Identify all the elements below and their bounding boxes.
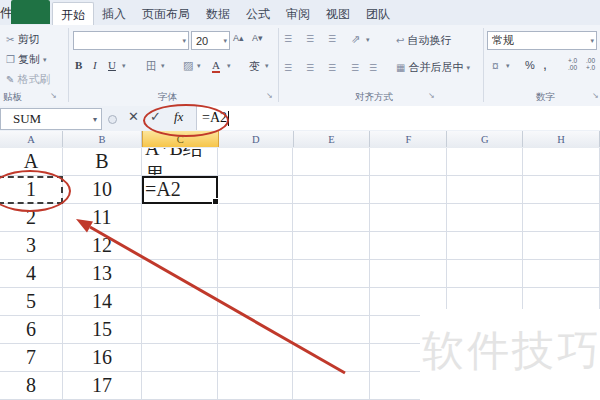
cell-B7[interactable]: 15	[63, 316, 142, 344]
chevron-down-icon[interactable]: ▾	[122, 62, 126, 70]
formula-input[interactable]: =A2	[196, 106, 600, 130]
bold-button[interactable]: B	[75, 59, 82, 71]
cell-A9[interactable]: 8	[0, 372, 63, 400]
cell-H4[interactable]	[523, 232, 600, 260]
chevron-down-icon[interactable]: ▾	[197, 62, 201, 70]
chevron-down-icon[interactable]: ▾	[265, 62, 269, 70]
phonetic-guide-button[interactable]: 变	[249, 59, 260, 74]
cell-B8[interactable]: 16	[63, 344, 142, 372]
number-dialog-launcher-icon[interactable]: ↘	[592, 91, 599, 100]
font-size-combo[interactable]: 20 ▾	[191, 31, 230, 50]
cell-E8[interactable]	[293, 344, 370, 372]
cell-B4[interactable]: 12	[63, 232, 142, 260]
tab-数据[interactable]: 数据	[198, 2, 238, 25]
cell-B9[interactable]: 17	[63, 372, 142, 400]
increase-indent-icon[interactable]: ☰	[369, 63, 376, 73]
cell-B6[interactable]: 14	[63, 288, 142, 316]
cell-A8[interactable]: 7	[0, 344, 63, 372]
cell-D1[interactable]	[218, 148, 293, 176]
number-format-combo[interactable]: 常规 ▾	[487, 31, 597, 50]
cell-D2[interactable]	[218, 176, 293, 204]
cell-G4[interactable]	[447, 232, 523, 260]
tab-插入[interactable]: 插入	[94, 2, 134, 25]
cell-E5[interactable]	[293, 260, 370, 288]
italic-button[interactable]: I	[93, 59, 97, 71]
cell-E6[interactable]	[293, 288, 370, 316]
fill-handle[interactable]	[212, 198, 219, 205]
chevron-down-icon[interactable]: ▾	[227, 62, 231, 70]
decrease-indent-icon[interactable]: ☰	[351, 63, 358, 73]
cell-B5[interactable]: 13	[63, 260, 142, 288]
column-header-H[interactable]: H	[523, 131, 600, 147]
cell-F5[interactable]	[370, 260, 447, 288]
cell-G3[interactable]	[447, 204, 523, 232]
cell-E7[interactable]	[293, 316, 370, 344]
cell-C1[interactable]: A*B结果	[142, 148, 218, 176]
format-painter-button[interactable]: ✎ 格式刷	[6, 72, 50, 87]
borders-button[interactable]: 田	[146, 59, 157, 74]
cell-E9[interactable]	[293, 372, 370, 400]
cell-H3[interactable]	[523, 204, 600, 232]
cell-E4[interactable]	[293, 232, 370, 260]
name-box[interactable]: SUM ▾	[0, 108, 102, 130]
cell-D8[interactable]	[218, 344, 293, 372]
cell-G5[interactable]	[447, 260, 523, 288]
cell-C4[interactable]	[142, 232, 218, 260]
cell-H1[interactable]	[523, 148, 600, 176]
fill-color-button[interactable]: ▨	[183, 59, 193, 72]
cell-A7[interactable]: 6	[0, 316, 63, 344]
wrap-text-button[interactable]: ↩ 自动换行	[396, 33, 451, 48]
cell-H5[interactable]	[523, 260, 600, 288]
copy-button[interactable]: ❐ 复制 ▾	[6, 52, 46, 67]
align-middle-icon[interactable]: ☰	[306, 34, 313, 44]
cell-H2[interactable]	[523, 176, 600, 204]
cell-D5[interactable]	[218, 260, 293, 288]
decrease-decimal-button[interactable]: .00 +.0	[586, 58, 595, 71]
chevron-down-icon[interactable]: ▾	[161, 62, 165, 70]
underline-button[interactable]: U	[108, 59, 116, 71]
cell-B2[interactable]: 10	[63, 176, 142, 204]
tab-视图[interactable]: 视图	[318, 2, 358, 25]
align-left-icon[interactable]: ☰	[284, 63, 291, 73]
tab-审阅[interactable]: 审阅	[278, 2, 318, 25]
cell-D3[interactable]	[218, 204, 293, 232]
font-color-button[interactable]: A	[212, 59, 220, 73]
cell-C3[interactable]	[142, 204, 218, 232]
column-header-F[interactable]: F	[370, 131, 447, 147]
align-right-icon[interactable]: ☰	[328, 63, 335, 73]
chevron-down-icon[interactable]: ▾	[506, 62, 510, 70]
alignment-dialog-launcher-icon[interactable]: ↘	[428, 91, 435, 100]
increase-decimal-button[interactable]: +.0 .00	[568, 58, 577, 71]
cell-E1[interactable]	[293, 148, 370, 176]
align-center-icon[interactable]: ☰	[306, 63, 313, 73]
cell-D9[interactable]	[218, 372, 293, 400]
tab-页面布局[interactable]: 页面布局	[134, 2, 198, 25]
cell-G2[interactable]	[447, 176, 523, 204]
tab-开始[interactable]: 开始	[52, 2, 94, 26]
font-dialog-launcher-icon[interactable]: ↘	[266, 91, 273, 100]
cell-C6[interactable]	[142, 288, 218, 316]
column-header-E[interactable]: E	[294, 131, 371, 147]
percent-style-button[interactable]: %	[525, 59, 535, 71]
cell-D7[interactable]	[218, 316, 293, 344]
merge-center-button[interactable]: ▦ 合并后居中 ▾	[396, 60, 470, 75]
file-tab[interactable]	[11, 0, 50, 24]
comma-style-button[interactable]: ,	[543, 56, 547, 72]
chevron-down-icon[interactable]: ▾	[366, 36, 370, 44]
cell-A5[interactable]: 4	[0, 260, 63, 288]
tab-团队[interactable]: 团队	[358, 2, 398, 25]
column-header-D[interactable]: D	[219, 131, 294, 147]
align-top-icon[interactable]: ☰	[284, 34, 291, 44]
clipboard-dialog-launcher-icon[interactable]: ↘	[50, 91, 57, 100]
tab-公式[interactable]: 公式	[238, 2, 278, 25]
orientation-icon[interactable]: ⇗	[351, 33, 360, 46]
align-bottom-icon[interactable]: ☰	[328, 34, 335, 44]
cell-A6[interactable]: 5	[0, 288, 63, 316]
cell-B3[interactable]: 11	[63, 204, 142, 232]
cell-B1[interactable]: B	[63, 148, 142, 176]
column-header-G[interactable]: G	[447, 131, 523, 147]
font-name-combo[interactable]: ▾	[73, 31, 189, 50]
cancel-button[interactable]: ✕	[128, 109, 139, 124]
grow-font-button[interactable]: A▴	[233, 33, 244, 43]
cell-F4[interactable]	[370, 232, 447, 260]
